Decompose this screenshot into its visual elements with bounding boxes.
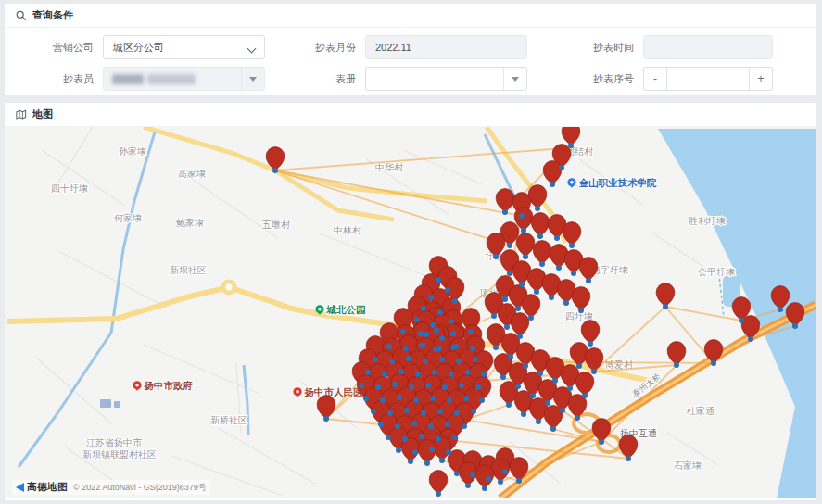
decrement-button[interactable]: - [644, 68, 667, 90]
map-area-label: 杜家通 [687, 406, 715, 416]
marker-anchor-dot [792, 323, 798, 329]
marker-anchor-dot [439, 357, 445, 362]
field-register-book: 表册 [276, 67, 527, 91]
marker-anchor-dot [498, 479, 503, 485]
marker-anchor-dot [523, 254, 528, 259]
reading-month-input[interactable]: 2022.11 [365, 35, 527, 59]
amap-brand: 高德地图 [27, 481, 68, 494]
marker-anchor-dot [465, 483, 471, 488]
map-marker[interactable] [531, 213, 550, 236]
marker-anchor-dot [436, 436, 441, 442]
map-viewport[interactable]: 孙家埭四十圩埭高家埭何家埭鲍家埭五墩村中华村中林村团结村胜利圩埭公平圩埭德字圩埭… [5, 127, 816, 498]
map-marker[interactable] [511, 313, 529, 336]
reading-month-value: 2022.11 [366, 42, 411, 53]
increment-button[interactable]: + [749, 68, 772, 90]
marker-anchor-dot [424, 460, 430, 466]
marker-anchor-dot [674, 362, 679, 368]
marker-anchor-dot [507, 243, 512, 248]
marker-anchor-dot [386, 435, 391, 440]
meter-reader-caret[interactable] [241, 68, 264, 90]
marker-anchor-dot [599, 439, 604, 445]
map-area-label: 中林村 [334, 225, 362, 235]
marker-anchor-dot [559, 165, 564, 170]
map-marker[interactable] [533, 241, 551, 264]
marker-anchor-dot [739, 318, 744, 323]
map-marker[interactable] [579, 258, 598, 281]
meter-reader-redacted-value [112, 74, 196, 84]
register-book-caret[interactable] [503, 68, 526, 90]
reading-time-input[interactable] [643, 35, 773, 59]
marker-anchor-dot [439, 458, 445, 463]
marker-anchor-dot [521, 228, 526, 233]
marker-anchor-dot [445, 422, 450, 427]
map-area-label: 新坝社区 [170, 265, 207, 275]
map-area-label: 胜利圩埭 [689, 216, 726, 226]
map-marker[interactable] [543, 161, 562, 184]
map-marker[interactable] [429, 471, 448, 494]
map-poi-label: 扬中市政府 [144, 380, 194, 391]
marketing-company-select[interactable]: 城区分公司 [103, 35, 265, 59]
marker-anchor-dot [521, 411, 526, 417]
marker-anchor-dot [537, 371, 543, 376]
marker-anchor-dot [778, 307, 783, 312]
marker-anchor-dot [578, 308, 584, 313]
reading-seq-label: 抄表序号 [554, 72, 634, 86]
map-marker[interactable] [544, 406, 563, 429]
marker-anchor-dot [424, 332, 429, 337]
map-marker[interactable] [475, 465, 494, 488]
map-poi[interactable]: 金山职业技术学院 [567, 177, 657, 189]
query-panel-header: 查询条件 [5, 4, 816, 28]
map-attribution: 高德地图 © 2022 AutoNavi - GS(2019)6379号 [12, 480, 210, 495]
caret-down-icon [249, 77, 257, 82]
map-poi-label: 城北公园 [326, 304, 366, 315]
marker-anchor-dot [396, 447, 401, 453]
map-canvas[interactable]: 孙家埭四十圩埭高家埭何家埭鲍家埭五墩村中华村中林村团结村胜利圩埭公平圩埭德字圩埭… [5, 127, 816, 498]
marker-anchor-dot [445, 287, 450, 293]
map-marker[interactable] [581, 321, 600, 344]
map-marker[interactable] [575, 372, 594, 396]
map-poi[interactable]: 扬中市政府 [133, 380, 193, 392]
marker-anchor-dot [539, 261, 545, 267]
marker-anchor-dot [502, 209, 508, 215]
marker-anchor-dot [442, 384, 448, 390]
marker-anchor-dot [421, 306, 426, 311]
marker-anchor-dot [545, 400, 550, 406]
marker-anchor-dot [465, 370, 471, 375]
map-marker[interactable] [572, 287, 590, 310]
reading-seq-stepper[interactable]: - + [643, 67, 773, 91]
marker-anchor-dot [515, 306, 521, 311]
map-marker[interactable] [317, 396, 335, 419]
map-marker[interactable] [656, 284, 675, 307]
marker-anchor-dot [571, 271, 576, 276]
marker-anchor-dot [582, 393, 588, 398]
map-area-label: 高家埭 [178, 169, 206, 179]
map-poi-label: 金山职业技术学院 [578, 177, 658, 188]
register-book-select[interactable] [365, 67, 527, 91]
marker-anchor-dot [471, 409, 476, 414]
marker-anchor-dot [400, 329, 406, 334]
marker-anchor-dot [409, 384, 414, 390]
map-area-label: 新桥社区 [210, 415, 247, 425]
map-area-label: 五墩村 [262, 220, 291, 230]
meter-reader-select[interactable] [103, 67, 265, 91]
marker-anchor-dot [272, 168, 278, 173]
map-marker[interactable] [619, 435, 638, 459]
map-marker[interactable] [516, 233, 535, 257]
marker-anchor-dot [450, 331, 456, 336]
map-marker[interactable] [667, 342, 686, 365]
map-marker[interactable] [496, 189, 514, 212]
marker-anchor-dot [473, 357, 478, 362]
marker-anchor-dot [550, 182, 555, 187]
marker-anchor-dot [502, 296, 508, 302]
building-icon [100, 399, 120, 408]
marker-anchor-dot [430, 322, 436, 328]
marker-anchor-dot [475, 384, 481, 390]
marker-anchor-dot [437, 409, 443, 414]
route-line [275, 147, 575, 170]
marker-anchor-dot [437, 309, 443, 315]
marker-anchor-dot [523, 363, 528, 369]
map-marker[interactable] [592, 419, 611, 442]
caret-down-icon [512, 77, 519, 82]
marker-anchor-dot [414, 317, 420, 322]
marker-anchor-dot [404, 408, 410, 413]
